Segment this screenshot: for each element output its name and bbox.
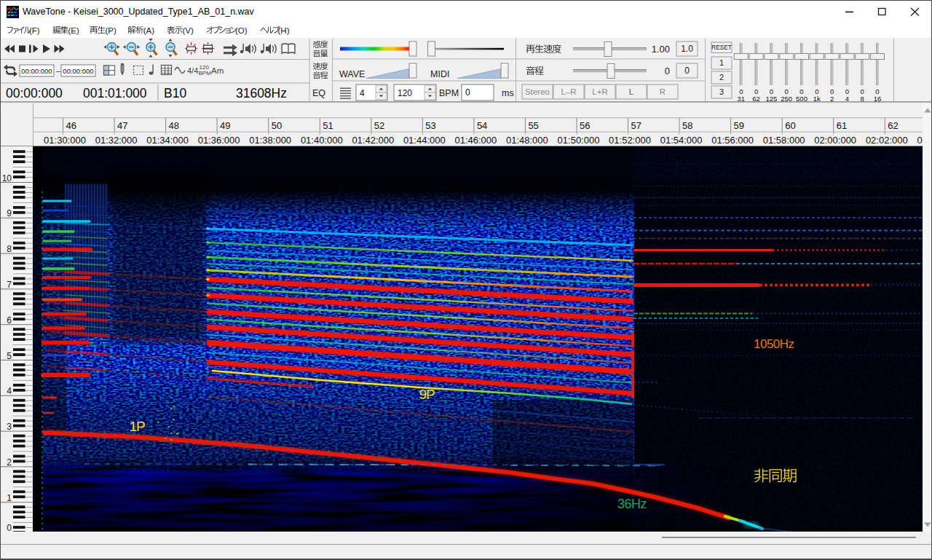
svg-text:0: 0 xyxy=(665,66,670,76)
svg-text:1.0: 1.0 xyxy=(681,44,693,54)
svg-text:5: 5 xyxy=(7,351,12,361)
svg-text:7: 7 xyxy=(7,280,12,290)
svg-text:ms: ms xyxy=(502,88,514,98)
svg-text:59: 59 xyxy=(734,120,744,131)
svg-text:48: 48 xyxy=(169,120,179,131)
svg-text:53: 53 xyxy=(425,120,435,131)
svg-text:125: 125 xyxy=(765,95,777,103)
svg-text:B10: B10 xyxy=(164,86,186,100)
svg-text:01:54:000: 01:54:000 xyxy=(660,135,703,146)
svg-text:49: 49 xyxy=(220,120,230,131)
svg-text:2: 2 xyxy=(830,95,834,103)
svg-text:–: – xyxy=(56,66,61,75)
svg-text:(A): (A) xyxy=(143,26,155,35)
svg-text:01:30:000: 01:30:000 xyxy=(44,135,86,146)
svg-text:60: 60 xyxy=(785,120,795,131)
svg-text:1: 1 xyxy=(7,493,12,503)
svg-text:51: 51 xyxy=(323,120,333,131)
svg-text:(E): (E) xyxy=(68,26,79,35)
svg-text:00:00:000: 00:00:000 xyxy=(6,86,63,100)
svg-text:1: 1 xyxy=(719,58,724,67)
svg-text:01:38:000: 01:38:000 xyxy=(249,135,291,146)
svg-text:1P: 1P xyxy=(130,419,146,434)
svg-text:250: 250 xyxy=(781,95,792,103)
svg-text:01:44:000: 01:44:000 xyxy=(403,135,446,146)
svg-text:500: 500 xyxy=(796,95,807,103)
svg-text:BPM: BPM xyxy=(199,70,212,76)
svg-text:1050Hz: 1050Hz xyxy=(754,337,794,351)
svg-text:62: 62 xyxy=(888,120,898,131)
svg-text:50: 50 xyxy=(272,120,282,131)
svg-text:10: 10 xyxy=(2,173,12,184)
svg-text:WAVE: WAVE xyxy=(339,69,365,79)
svg-text:01:48:000: 01:48:000 xyxy=(506,135,548,146)
svg-text:4: 4 xyxy=(360,88,365,98)
svg-text:0: 0 xyxy=(684,66,690,76)
svg-text:(O): (O) xyxy=(235,26,248,35)
svg-text:L–R: L–R xyxy=(561,87,576,96)
svg-text:3: 3 xyxy=(719,87,724,96)
svg-text:62: 62 xyxy=(752,95,760,103)
svg-text:02:02:000: 02:02:000 xyxy=(866,135,908,146)
svg-text:(H): (H) xyxy=(278,26,290,35)
svg-text:4: 4 xyxy=(7,386,12,396)
svg-text:01:56:000: 01:56:000 xyxy=(711,135,754,146)
svg-text:01:32:000: 01:32:000 xyxy=(95,135,138,146)
svg-text:01:34:000: 01:34:000 xyxy=(146,135,189,146)
svg-text:L+R: L+R xyxy=(592,87,607,96)
svg-text:MIDI: MIDI xyxy=(430,69,449,79)
svg-text:46: 46 xyxy=(66,120,76,131)
svg-text:6: 6 xyxy=(7,315,12,326)
svg-text:52: 52 xyxy=(374,120,384,131)
svg-text:01:50:000: 01:50:000 xyxy=(558,135,600,146)
svg-text:58: 58 xyxy=(682,120,692,131)
svg-text:36Hz: 36Hz xyxy=(617,497,647,511)
svg-text:00:00:000: 00:00:000 xyxy=(63,67,93,75)
svg-text:EQ: EQ xyxy=(312,88,325,98)
svg-text:01:36:000: 01:36:000 xyxy=(198,135,240,146)
svg-text:Stereo: Stereo xyxy=(525,87,550,96)
svg-text:BPM: BPM xyxy=(439,88,459,98)
svg-text:01:52:000: 01:52:000 xyxy=(609,135,651,146)
svg-text:02:00:000: 02:00:000 xyxy=(814,135,856,146)
svg-text:9P: 9P xyxy=(419,387,435,402)
svg-text:61: 61 xyxy=(837,120,847,131)
svg-text:01:42:000: 01:42:000 xyxy=(352,135,394,146)
svg-text:54: 54 xyxy=(477,120,487,131)
svg-text:8: 8 xyxy=(7,244,12,254)
svg-text:2: 2 xyxy=(7,457,12,468)
svg-text:01:46:000: 01:46:000 xyxy=(454,135,497,146)
svg-text:55: 55 xyxy=(528,120,538,131)
svg-text:9: 9 xyxy=(7,208,12,218)
svg-text:4: 4 xyxy=(845,95,849,103)
svg-text:3: 3 xyxy=(7,422,12,432)
svg-text:R: R xyxy=(660,87,666,96)
svg-text:16: 16 xyxy=(874,95,882,103)
svg-text:01:40:000: 01:40:000 xyxy=(301,135,343,146)
svg-text:Am: Am xyxy=(211,66,224,75)
svg-text:(F): (F) xyxy=(29,26,40,35)
svg-text:1k: 1k xyxy=(813,95,821,103)
svg-text:1.00: 1.00 xyxy=(652,44,670,55)
svg-text:0: 0 xyxy=(7,523,12,532)
svg-text:8: 8 xyxy=(861,95,864,103)
svg-text:0: 0 xyxy=(465,87,470,98)
svg-text:01:58:000: 01:58:000 xyxy=(763,135,805,146)
svg-text:4/4: 4/4 xyxy=(187,66,198,75)
svg-text:57: 57 xyxy=(631,120,641,131)
svg-text:56: 56 xyxy=(580,120,590,131)
svg-text:2: 2 xyxy=(719,73,724,82)
svg-text:31: 31 xyxy=(738,95,746,103)
svg-text:47: 47 xyxy=(117,120,127,131)
svg-text:120: 120 xyxy=(398,88,412,98)
svg-text:00:00:000: 00:00:000 xyxy=(21,67,52,75)
svg-text:(P): (P) xyxy=(105,26,116,35)
svg-text:L: L xyxy=(629,87,634,96)
svg-text:31608Hz: 31608Hz xyxy=(236,86,287,100)
svg-text:001:01:000: 001:01:000 xyxy=(83,86,147,100)
svg-text:(V): (V) xyxy=(182,26,194,35)
svg-text:RESET: RESET xyxy=(711,44,731,51)
